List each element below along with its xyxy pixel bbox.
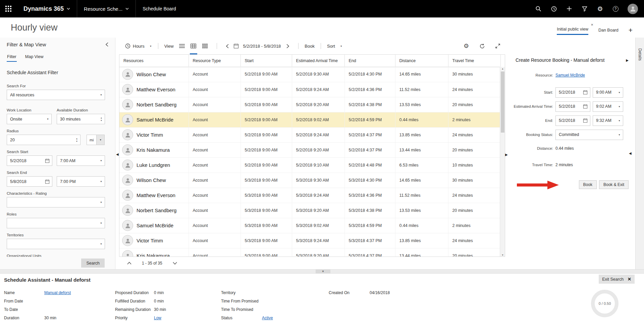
roles-select[interactable]: ▼ bbox=[7, 218, 105, 228]
splitter-collapse-tab[interactable]: ▼ bbox=[316, 269, 330, 274]
table-row[interactable]: Samuel McBride Account 5/2/2018 9:00 AM … bbox=[119, 112, 500, 127]
search-start-date-input[interactable]: 5/2/2018 bbox=[7, 155, 52, 166]
column-header-resources[interactable]: Resources bbox=[119, 55, 189, 67]
search-icon[interactable] bbox=[535, 5, 542, 12]
stepper-arrows-icon[interactable]: ▲▼ bbox=[74, 138, 78, 142]
territories-select[interactable]: ▼ bbox=[7, 239, 105, 249]
grid-view-button[interactable] bbox=[188, 38, 199, 54]
calendar-icon[interactable] bbox=[45, 158, 50, 163]
filter-icon[interactable] bbox=[581, 5, 588, 12]
column-header-start[interactable]: Start bbox=[240, 55, 292, 67]
calendar-icon[interactable] bbox=[45, 179, 50, 184]
collapse-details-handle[interactable]: ◀ bbox=[629, 152, 632, 155]
booking-start-date-input[interactable]: 5/2/2018 bbox=[555, 87, 590, 98]
search-start-time-select[interactable]: 7:00 AM ▼ bbox=[57, 155, 105, 166]
scroll-down-icon[interactable]: ▼ bbox=[500, 253, 505, 257]
next-range-button[interactable] bbox=[283, 41, 292, 51]
calendar-icon[interactable] bbox=[583, 90, 588, 95]
collapse-filter-panel-handle[interactable]: ◀ bbox=[116, 153, 119, 156]
tab-map-view[interactable]: Map View bbox=[25, 53, 44, 62]
characteristics-rating-label: Characteristics - Rating bbox=[7, 191, 105, 195]
expand-booking-panel-handle[interactable]: ▶ bbox=[505, 153, 508, 156]
table-row[interactable]: Wilson Chew Account 5/3/2018 9:00 AM 5/3… bbox=[119, 173, 500, 188]
tab-filter[interactable]: Filter bbox=[7, 53, 17, 62]
table-row[interactable]: Victor Timm Account 5/3/2018 9:00 AM 5/3… bbox=[119, 233, 500, 248]
user-avatar[interactable] bbox=[628, 4, 638, 14]
radius-input[interactable]: 20 ▲▼ bbox=[7, 135, 80, 145]
column-view-button[interactable] bbox=[199, 38, 211, 54]
board-settings-gear-icon[interactable]: ⚙ bbox=[463, 42, 470, 50]
detail-value-link[interactable]: Low bbox=[154, 316, 161, 320]
table-row[interactable]: Wilson Chew Account 5/2/2018 9:00 AM 5/2… bbox=[119, 67, 500, 82]
app-switcher[interactable]: Dynamics 365 bbox=[17, 0, 77, 17]
column-header-resource-type[interactable]: Resource Type bbox=[189, 55, 240, 67]
grid-scrollbar[interactable]: ▲ ▼ bbox=[500, 67, 505, 257]
radius-unit-select[interactable]: ▼ bbox=[97, 135, 105, 145]
table-row[interactable]: Matthew Everson Account 5/2/2018 9:00 AM… bbox=[119, 82, 500, 97]
list-view-button[interactable] bbox=[176, 38, 188, 54]
hours-scale-dropdown[interactable]: Hours ▼ bbox=[125, 43, 152, 49]
scroll-up-icon[interactable]: ▲ bbox=[500, 67, 505, 71]
booking-eta-date-input[interactable]: 5/2/2018 bbox=[555, 101, 590, 112]
resource-avatar-icon bbox=[122, 84, 133, 95]
calendar-icon[interactable] bbox=[583, 118, 588, 123]
table-row[interactable]: Kris Nakamura Account 5/2/2018 9:00 AM 5… bbox=[119, 142, 500, 157]
book-button[interactable]: Book bbox=[305, 44, 315, 49]
booking-start-time-select[interactable]: 9:00 AM ▼ bbox=[593, 87, 623, 98]
booking-end-date-input[interactable]: 5/2/2018 bbox=[555, 115, 590, 126]
detail-value-link[interactable]: Active bbox=[262, 316, 273, 320]
characteristics-rating-select[interactable]: ▼ bbox=[7, 197, 105, 207]
column-header-estimated-arrival-time[interactable]: Estimated Arrival Time bbox=[292, 55, 344, 67]
sort-dropdown[interactable]: Sort ▼ bbox=[327, 44, 342, 49]
booking-end-time-select[interactable]: 9:32 AM ▼ bbox=[593, 115, 623, 126]
tab-initial-public-view[interactable]: Initial public view ✕ bbox=[557, 27, 588, 35]
column-header-travel-time[interactable]: Travel Time bbox=[448, 55, 500, 67]
fullscreen-expand-icon[interactable] bbox=[494, 42, 501, 50]
table-row[interactable]: Kris Nakamura Account 5/3/2018 9:00 AM 5… bbox=[119, 248, 500, 257]
settings-gear-icon[interactable]: ⚙ bbox=[597, 5, 603, 12]
booking-eta-time-select[interactable]: 9:02 AM ▼ bbox=[593, 101, 623, 112]
scrollbar-thumb[interactable] bbox=[501, 72, 504, 133]
chevron-right-icon[interactable]: ▶ bbox=[626, 58, 629, 62]
work-location-select[interactable]: Onsite ▼ bbox=[7, 114, 52, 124]
tab-dan-board[interactable]: Dan Board bbox=[598, 28, 619, 35]
detail-value-link[interactable]: Manual deforst bbox=[44, 290, 71, 295]
column-header-end[interactable]: End bbox=[344, 55, 395, 67]
book-button[interactable]: Book bbox=[579, 180, 597, 189]
table-row[interactable]: Luke Lundgren Account 5/2/2018 9:00 AM 5… bbox=[119, 157, 500, 173]
search-for-select[interactable]: All resources ▼ bbox=[7, 90, 105, 100]
area-switcher[interactable]: Resource Sche... bbox=[77, 0, 136, 17]
search-end-date-input[interactable]: 5/8/2018 bbox=[7, 176, 52, 187]
book-and-exit-button[interactable]: Book & Exit bbox=[599, 180, 629, 189]
detail-field: Priority Low bbox=[115, 314, 166, 322]
table-row[interactable]: Matthew Everson Account 5/3/2018 9:00 AM… bbox=[119, 188, 500, 203]
resource-link[interactable]: Samuel McBride bbox=[555, 73, 585, 78]
collapse-panel-icon[interactable] bbox=[106, 42, 108, 47]
add-board-button[interactable]: + bbox=[629, 26, 633, 35]
table-cell-start: 5/2/2018 9:00 AM bbox=[240, 67, 292, 82]
previous-range-button[interactable] bbox=[223, 41, 232, 51]
table-row[interactable]: Samuel McBride Account 5/3/2018 9:00 AM … bbox=[119, 218, 500, 233]
table-row[interactable]: Victor Timm Account 5/2/2018 9:00 AM 5/2… bbox=[119, 127, 500, 142]
add-icon[interactable] bbox=[566, 5, 573, 12]
calendar-picker-button[interactable] bbox=[232, 41, 240, 51]
table-row[interactable]: Norbert Sandberg Account 5/2/2018 9:00 A… bbox=[119, 97, 500, 112]
refresh-icon[interactable] bbox=[478, 42, 486, 50]
table-row[interactable]: Norbert Sandberg Account 5/3/2018 9:00 A… bbox=[119, 203, 500, 218]
booking-status-select[interactable]: Committed ▼ bbox=[555, 130, 623, 140]
close-tab-icon[interactable]: ✕ bbox=[591, 23, 593, 27]
page-down-button[interactable] bbox=[172, 260, 178, 267]
recent-history-icon[interactable] bbox=[550, 5, 557, 12]
exit-search-button[interactable]: Exit Search ✕ bbox=[599, 275, 635, 284]
waffle-menu-button[interactable] bbox=[0, 0, 17, 17]
details-tab[interactable]: Details bbox=[638, 48, 642, 61]
column-header-distance[interactable]: Distance bbox=[395, 55, 448, 67]
available-duration-stepper[interactable]: 30 minutes ▲▼ bbox=[57, 114, 105, 124]
help-icon[interactable]: ? bbox=[612, 5, 619, 12]
stepper-arrows-icon[interactable]: ▲▼ bbox=[98, 117, 102, 122]
resource-avatar-icon bbox=[122, 129, 133, 140]
page-up-button[interactable] bbox=[126, 260, 132, 267]
search-end-time-select[interactable]: 7:00 PM ▼ bbox=[57, 176, 105, 187]
calendar-icon[interactable] bbox=[583, 104, 588, 109]
search-button[interactable]: Search bbox=[81, 259, 105, 268]
